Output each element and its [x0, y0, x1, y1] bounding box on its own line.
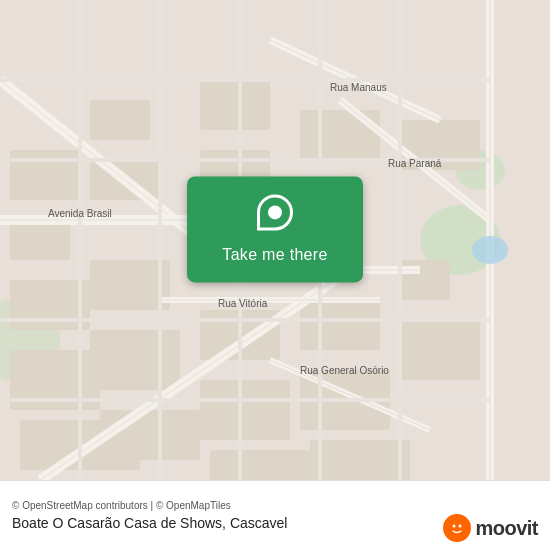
svg-rect-20 [300, 300, 380, 350]
svg-point-53 [472, 236, 508, 264]
svg-rect-5 [10, 220, 70, 260]
svg-point-54 [447, 518, 467, 538]
location-icon [257, 194, 293, 230]
street-label-osorio: Rua General Osório [300, 365, 389, 376]
button-overlay: Take me there [187, 176, 363, 282]
svg-rect-22 [310, 440, 410, 480]
svg-rect-17 [200, 380, 290, 440]
moovit-text: moovit [475, 517, 538, 540]
svg-rect-4 [10, 150, 80, 200]
svg-rect-14 [200, 80, 270, 130]
svg-rect-25 [400, 320, 480, 380]
svg-point-56 [459, 525, 462, 528]
street-label-avenida: Avenida Brasil [48, 208, 112, 219]
street-label-manaus: Rua Manaus [330, 82, 387, 93]
map-container: Rua Manaus Rua Paraná Avenida Brasil Rua… [0, 0, 550, 480]
svg-rect-9 [90, 100, 150, 140]
moovit-logo: moovit [443, 514, 538, 542]
street-label-vitoria: Rua Vitória [218, 298, 267, 309]
bottom-bar: © OpenStreetMap contributors | © OpenMap… [0, 480, 550, 550]
svg-point-55 [453, 525, 456, 528]
location-pin-wrapper [250, 187, 301, 238]
street-label-parana: Rua Paraná [388, 158, 441, 169]
take-me-there-button[interactable]: Take me there [214, 242, 335, 268]
green-panel: Take me there [187, 176, 363, 282]
moovit-icon [443, 514, 471, 542]
svg-rect-18 [210, 450, 310, 480]
svg-rect-12 [90, 330, 180, 390]
attribution-text: © OpenStreetMap contributors | © OpenMap… [12, 500, 538, 511]
